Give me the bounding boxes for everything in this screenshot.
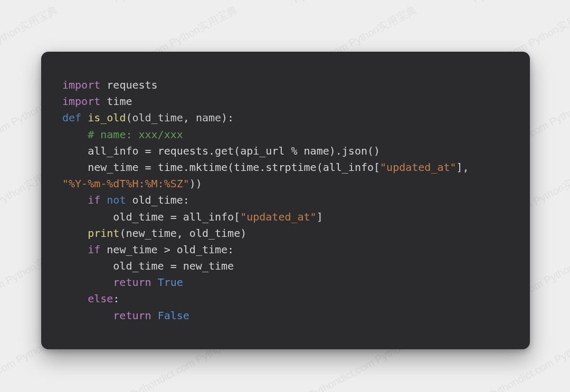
op: = bbox=[139, 145, 158, 157]
kw-if: if bbox=[88, 194, 100, 206]
string: "updated_at" bbox=[380, 161, 457, 174]
watermark: Pythondict.com Python实用宝典 bbox=[290, 0, 430, 6]
op: = bbox=[164, 211, 183, 223]
ident: old_time bbox=[113, 260, 164, 272]
expr: ], bbox=[457, 161, 469, 174]
op: = bbox=[164, 260, 183, 272]
comma: , bbox=[183, 111, 196, 124]
ident: new_time bbox=[88, 161, 138, 174]
param: name bbox=[196, 111, 221, 124]
paren: ( bbox=[126, 111, 132, 124]
const: False bbox=[158, 309, 189, 322]
op: = bbox=[139, 161, 158, 174]
code-block: import requests import time def is_old(o… bbox=[62, 77, 509, 324]
ident: new_time bbox=[183, 260, 234, 272]
string: "%Y-%m-%dT%H:%M:%SZ" bbox=[62, 177, 189, 190]
kw-return: return bbox=[113, 309, 151, 322]
kw-not: not bbox=[107, 194, 126, 206]
comment: # name: xxx/xxx bbox=[88, 128, 183, 141]
watermark: Pythondict.com Python实用宝典 bbox=[111, 0, 250, 6]
kw-return: return bbox=[113, 276, 151, 289]
expr: )) bbox=[189, 177, 202, 190]
const: True bbox=[158, 276, 183, 289]
kw-if: if bbox=[88, 243, 100, 256]
watermark: Pythondict.com Python实用宝典 bbox=[0, 0, 71, 6]
expr: new_time > old_time: bbox=[107, 243, 234, 256]
colon: : bbox=[113, 292, 119, 305]
args: (new_time, old_time) bbox=[119, 227, 246, 240]
kw-import: import bbox=[62, 95, 100, 108]
kw-else: else bbox=[88, 292, 113, 305]
kw-def: def bbox=[62, 111, 81, 124]
module-name: time bbox=[107, 95, 132, 108]
builtin: print bbox=[88, 227, 119, 240]
colon: : bbox=[227, 111, 234, 124]
func-name: is_old bbox=[88, 111, 126, 124]
string: "updated_at" bbox=[240, 211, 317, 223]
kw-import: import bbox=[62, 79, 100, 91]
expr: time.mktime(time.strptime(all_info[ bbox=[158, 161, 380, 174]
watermark: Pythondict.com Python实用宝典 bbox=[470, 0, 570, 6]
code-card: import requests import time def is_old(o… bbox=[41, 52, 530, 349]
expr: all_info[ bbox=[183, 211, 240, 223]
ident: old_time bbox=[113, 211, 164, 223]
expr: ] bbox=[317, 211, 323, 223]
module-name: requests bbox=[107, 79, 157, 91]
ident: all_info bbox=[88, 145, 138, 157]
param: old_time bbox=[132, 111, 183, 124]
paren: ) bbox=[221, 111, 227, 124]
expr: old_time: bbox=[132, 194, 189, 206]
expr: requests.get(api_url % name).json() bbox=[158, 145, 380, 157]
